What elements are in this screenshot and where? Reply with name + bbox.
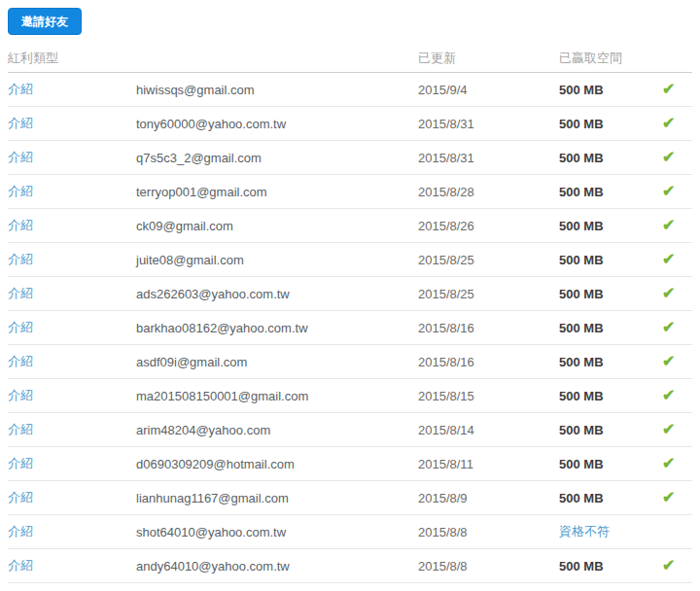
referral-email: ads262603@yahoo.com.tw [136,287,418,301]
space-earned-value: 500 MB [559,83,604,97]
check-icon: ✔ [662,81,675,97]
status-cell: ✔ [656,82,692,97]
table-row: 介紹q7s5c3_2@gmail.com2015/8/31500 MB✔ [8,141,692,175]
bonus-type-link[interactable]: 介紹 [8,388,33,402]
table-row: 介紹ads262603@yahoo.com.tw2015/8/25500 MB✔ [8,277,692,311]
table-body: 介紹hiwissqs@gmail.com2015/9/4500 MB✔介紹ton… [8,73,692,583]
status-cell: ✔ [656,558,692,574]
referral-email: d0690309209@hotmail.com [136,457,418,471]
referral-email: arim48204@yahoo.com [136,423,418,437]
table-row: 介紹terryop001@gmail.com2015/8/28500 MB✔ [8,175,692,209]
check-icon: ✔ [662,183,675,199]
bonus-type-link[interactable]: 介紹 [8,150,33,164]
bonus-type-link[interactable]: 介紹 [8,82,33,96]
referral-email: juite08@gmail.com [136,253,418,267]
space-earned-value: 500 MB [559,423,604,437]
check-icon: ✔ [662,557,675,574]
space-earned-value: 500 MB [559,355,604,369]
bonus-type-link[interactable]: 介紹 [8,558,33,573]
space-earned-value: 500 MB [559,559,604,574]
space-earned-value: 500 MB [559,287,604,301]
referral-email: barkhao08162@yahoo.com.tw [136,321,418,335]
status-cell: ✔ [656,116,692,131]
ineligible-link[interactable]: 資格不符 [559,524,610,539]
status-cell: ✔ [656,354,692,369]
referral-email: tony60000@yahoo.com.tw [136,117,418,131]
space-earned-value: 500 MB [559,457,604,471]
table-row: 介紹juite08@gmail.com2015/8/25500 MB✔ [8,243,692,277]
bonus-type-link[interactable]: 介紹 [8,252,33,266]
bonus-type-link[interactable]: 介紹 [8,184,33,198]
updated-date: 2015/8/26 [418,219,559,233]
check-icon: ✔ [662,489,675,505]
table-row: 介紹lianhunag1167@gmail.com2015/8/9500 MB✔ [8,481,692,515]
updated-date: 2015/8/31 [418,151,559,165]
referral-email: lianhunag1167@gmail.com [136,491,418,505]
updated-date: 2015/9/4 [418,83,559,97]
referral-bonus-page: 邀請好友 紅利類型 已更新 已贏取空間 介紹hiwissqs@gmail.com… [8,0,692,583]
invite-friends-button[interactable]: 邀請好友 [8,8,82,35]
status-cell: ✔ [656,218,692,233]
space-earned-value: 500 MB [559,253,604,267]
check-icon: ✔ [662,285,675,301]
header-space-earned: 已贏取空間 [559,50,656,67]
updated-date: 2015/8/11 [418,457,559,471]
bonus-type-link[interactable]: 介紹 [8,354,33,368]
space-earned-value: 500 MB [559,321,604,335]
check-icon: ✔ [662,387,675,403]
space-earned-value: 500 MB [559,185,604,199]
status-cell: ✔ [656,490,692,505]
updated-date: 2015/8/31 [418,117,559,131]
bonus-type-link[interactable]: 介紹 [8,490,33,504]
table-row: 介紹tony60000@yahoo.com.tw2015/8/31500 MB✔ [8,107,692,141]
bonus-type-link[interactable]: 介紹 [8,286,33,300]
check-icon: ✔ [662,217,675,233]
referral-email: ck09@gmail.com [136,219,418,233]
updated-date: 2015/8/8 [418,559,559,574]
bonus-type-link[interactable]: 介紹 [8,422,33,436]
updated-date: 2015/8/8 [418,525,559,539]
check-icon: ✔ [662,421,675,437]
status-cell: ✔ [656,184,692,199]
status-cell: ✔ [656,456,692,471]
updated-date: 2015/8/9 [418,491,559,505]
table-row: 介紹d0690309209@hotmail.com2015/8/11500 MB… [8,447,692,481]
check-icon: ✔ [662,353,675,369]
status-cell: ✔ [656,320,692,335]
bonus-type-link[interactable]: 介紹 [8,524,33,539]
updated-date: 2015/8/16 [418,355,559,369]
header-bonus-type: 紅利類型 [8,50,136,67]
table-row: 介紹arim48204@yahoo.com2015/8/14500 MB✔ [8,413,692,447]
bonus-type-link[interactable]: 介紹 [8,320,33,334]
header-updated: 已更新 [418,50,559,67]
referral-email: andy64010@yahoo.com.tw [136,559,418,574]
table-row: 介紹asdf09i@gmail.com2015/8/16500 MB✔ [8,345,692,379]
table-row: 介紹ck09@gmail.com2015/8/26500 MB✔ [8,209,692,243]
table-row: 介紹shot64010@yahoo.com.tw2015/8/8資格不符 [8,515,692,549]
status-cell: ✔ [656,252,692,267]
bonus-type-link[interactable]: 介紹 [8,116,33,130]
referral-email: hiwissqs@gmail.com [136,83,418,97]
referral-email: terryop001@gmail.com [136,185,418,199]
updated-date: 2015/8/14 [418,423,559,437]
space-earned-value: 500 MB [559,151,604,165]
updated-date: 2015/8/16 [418,321,559,335]
updated-date: 2015/8/25 [418,253,559,267]
check-icon: ✔ [662,251,675,267]
space-earned-value: 500 MB [559,219,604,233]
table-row: 介紹andy64010@yahoo.com.tw2015/8/8500 MB✔ [8,549,692,583]
bonus-type-link[interactable]: 介紹 [8,218,33,232]
table-header-row: 紅利類型 已更新 已贏取空間 [8,45,692,73]
referral-email: ma201508150001@gmail.com [136,389,418,403]
referral-email: q7s5c3_2@gmail.com [136,151,418,165]
status-cell: ✔ [656,422,692,437]
updated-date: 2015/8/15 [418,389,559,403]
status-cell: ✔ [656,150,692,165]
bonus-type-link[interactable]: 介紹 [8,456,33,470]
status-cell: ✔ [656,388,692,403]
referral-bonus-table: 紅利類型 已更新 已贏取空間 介紹hiwissqs@gmail.com2015/… [8,45,692,583]
updated-date: 2015/8/25 [418,287,559,301]
space-earned-value: 500 MB [559,117,604,131]
status-cell: ✔ [656,286,692,301]
check-icon: ✔ [662,115,675,131]
